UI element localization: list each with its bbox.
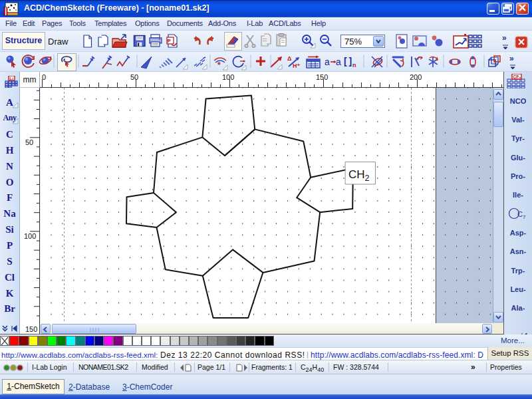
svg-text:7: 7 bbox=[523, 214, 526, 220]
svg-text:C: C bbox=[517, 210, 523, 218]
svg-text:CF₃: CF₃ bbox=[513, 74, 521, 79]
